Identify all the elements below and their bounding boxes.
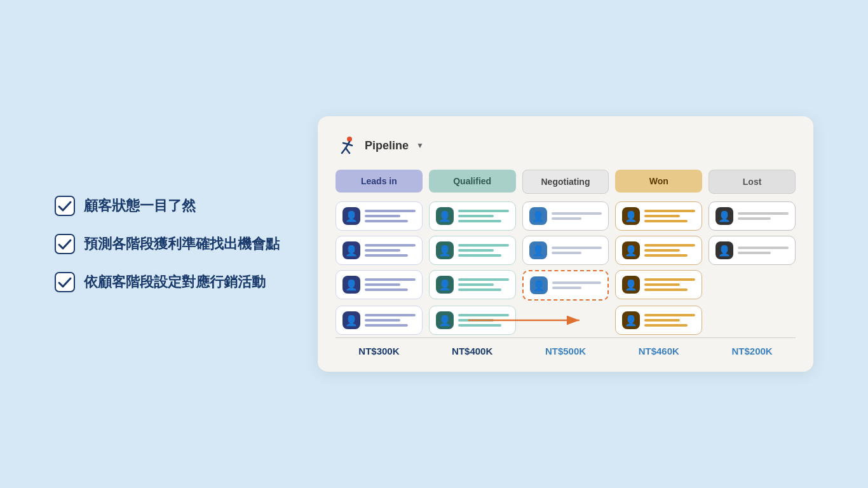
total-negotiating: NT$500K xyxy=(522,346,609,356)
card-r2-negotiating[interactable]: 👤 xyxy=(522,236,609,265)
check-icon-3 xyxy=(55,272,75,292)
lines-r3-negotiating xyxy=(552,281,602,289)
lines-r2-leads xyxy=(365,244,416,257)
main-container: 顧客狀態一目了然 預測各階段獲利準確找出機會點 依顧客階段設定對應行銷活動 xyxy=(0,0,868,488)
col-header-qualified: Qualified xyxy=(429,170,516,193)
lines-r3-won xyxy=(644,278,695,291)
svg-line-7 xyxy=(342,148,346,153)
empty-r4-lost xyxy=(709,306,796,334)
card-r1-lost[interactable]: 👤 xyxy=(709,201,796,231)
card-r2-leads[interactable]: 👤 xyxy=(336,236,423,265)
lines-r2-won xyxy=(644,244,695,257)
card-r1-qualified[interactable]: 👤 xyxy=(429,201,516,231)
card-r1-negotiating[interactable]: 👤 xyxy=(522,201,609,231)
feature-text-2: 預測各階段獲利準確找出機會點 xyxy=(84,235,280,254)
card-r2-won[interactable]: 👤 xyxy=(615,236,702,265)
feature-item-2: 預測各階段獲利準確找出機會點 xyxy=(55,234,280,254)
lines-r1-won xyxy=(644,210,695,222)
avatar-r1-leads: 👤 xyxy=(342,207,360,225)
svg-line-8 xyxy=(346,148,349,153)
svg-rect-1 xyxy=(55,234,74,254)
card-r2-qualified[interactable]: 👤 xyxy=(429,236,516,265)
feature-item-1: 顧客狀態一目了然 xyxy=(55,196,280,216)
avatar-r2-leads: 👤 xyxy=(342,241,360,259)
feature-text-3: 依顧客階段設定對應行銷活動 xyxy=(84,273,266,292)
feature-item-3: 依顧客階段設定對應行銷活動 xyxy=(55,272,280,292)
svg-rect-2 xyxy=(55,273,74,292)
avatar-r3-qualified: 👤 xyxy=(436,276,454,294)
avatar-r1-negotiating: 👤 xyxy=(529,207,547,225)
kanban-row-1: 👤 👤 xyxy=(336,201,796,231)
avatar-r4-leads: 👤 xyxy=(342,311,360,329)
total-qualified: NT$400K xyxy=(429,346,516,356)
avatar-r3-negotiating: 👤 xyxy=(530,276,548,294)
pipeline-logo-icon xyxy=(336,134,358,157)
kanban-row-2: 👤 👤 xyxy=(336,236,796,265)
card-r3-leads[interactable]: 👤 xyxy=(336,270,423,299)
lines-r3-leads xyxy=(365,278,416,291)
avatar-r2-qualified: 👤 xyxy=(436,241,454,259)
card-r2-lost[interactable]: 👤 xyxy=(709,236,796,265)
pipeline-dropdown-icon[interactable]: ▼ xyxy=(416,141,424,150)
lines-r2-lost xyxy=(738,247,789,254)
avatar-r2-lost: 👤 xyxy=(715,241,733,259)
total-lost: NT$200K xyxy=(709,346,796,356)
lines-r3-qualified xyxy=(458,278,509,291)
avatar-r1-qualified: 👤 xyxy=(436,207,454,225)
drag-arrow-icon xyxy=(435,306,616,334)
svg-rect-0 xyxy=(55,196,74,215)
total-won: NT$460K xyxy=(615,346,702,356)
avatar-r3-won: 👤 xyxy=(622,276,640,294)
totals-row: NT$300K NT$400K NT$500K NT$460K NT$200K xyxy=(336,337,796,356)
lines-r4-leads xyxy=(365,314,416,327)
lines-r1-qualified xyxy=(458,210,509,222)
total-leads: NT$300K xyxy=(336,346,423,356)
card-r3-won[interactable]: 👤 xyxy=(615,270,702,299)
lines-r2-qualified xyxy=(458,244,509,257)
avatar-r1-lost: 👤 xyxy=(715,207,733,225)
lines-r1-leads xyxy=(365,210,416,222)
card-r1-leads[interactable]: 👤 xyxy=(336,201,423,231)
feature-list: 顧客狀態一目了然 預測各階段獲利準確找出機會點 依顧客階段設定對應行銷活動 xyxy=(55,196,280,292)
kanban-row-3: 👤 👤 xyxy=(336,270,796,301)
lines-r1-negotiating xyxy=(552,212,602,220)
col-header-won: Won xyxy=(615,170,702,193)
pipeline-title: Pipeline xyxy=(365,139,409,152)
avatar-r3-leads: 👤 xyxy=(342,276,360,294)
card-r3-negotiating-dashed[interactable]: 👤 xyxy=(522,270,609,301)
kanban-row-4: 👤 👤 xyxy=(336,306,796,335)
check-icon-2 xyxy=(55,234,75,254)
check-icon-1 xyxy=(55,196,75,216)
card-r3-qualified[interactable]: 👤 xyxy=(429,270,516,299)
avatar-r2-negotiating: 👤 xyxy=(529,241,547,259)
lines-r4-won xyxy=(644,314,695,327)
avatar-r4-won: 👤 xyxy=(622,311,640,329)
pipeline-card: Pipeline ▼ Leads in Qualified Negotiatin… xyxy=(318,116,813,372)
feature-text-1: 顧客狀態一目了然 xyxy=(84,197,196,215)
avatar-r2-won: 👤 xyxy=(622,241,640,259)
kanban-headers: Leads in Qualified Negotiating Won Lost xyxy=(336,170,796,196)
lines-r1-lost xyxy=(738,212,789,220)
avatar-r1-won: 👤 xyxy=(622,207,640,225)
col-header-leads: Leads in xyxy=(336,170,423,193)
card-r4-won[interactable]: 👤 xyxy=(615,306,702,335)
col-header-lost: Lost xyxy=(709,170,796,194)
card-r4-leads[interactable]: 👤 xyxy=(336,306,423,335)
empty-r3-lost xyxy=(709,270,796,298)
card-r1-won[interactable]: 👤 xyxy=(615,201,702,231)
pipeline-header: Pipeline ▼ xyxy=(336,134,796,157)
svg-line-6 xyxy=(348,144,352,146)
col-header-negotiating: Negotiating xyxy=(522,170,609,194)
lines-r2-negotiating xyxy=(552,247,602,254)
